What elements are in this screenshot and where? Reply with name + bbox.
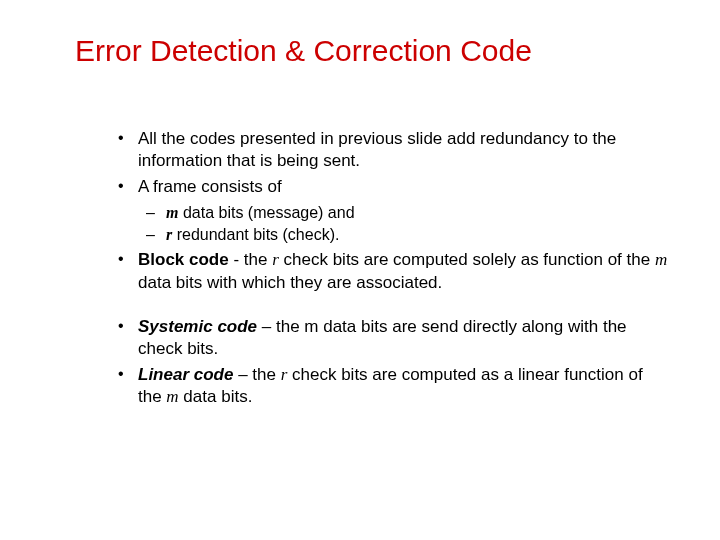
sub-bullet-item: m data bits (message) and [138, 202, 670, 224]
bullet-list: All the codes presented in previous slid… [110, 128, 670, 294]
slide-content: All the codes presented in previous slid… [50, 128, 670, 408]
bullet-text: - the [229, 250, 272, 269]
sub-bullet-text: redundant bits (check). [172, 226, 339, 243]
term-systemic-code: Systemic code [138, 317, 257, 336]
slide: Error Detection & Correction Code All th… [0, 0, 720, 540]
var-m: m [655, 250, 667, 269]
bullet-text: data bits with which they are associated… [138, 273, 442, 292]
bullet-item: Block code - the r check bits are comput… [110, 249, 670, 293]
var-m: m [166, 204, 178, 221]
bullet-text: A frame consists of [138, 177, 282, 196]
slide-title: Error Detection & Correction Code [75, 34, 670, 68]
bullet-text: data bits. [179, 387, 253, 406]
bullet-item: Linear code – the r check bits are compu… [110, 364, 670, 408]
sub-bullet-item: r redundant bits (check). [138, 224, 670, 246]
term-linear-code: Linear code [138, 365, 233, 384]
spacer [110, 298, 670, 316]
bullet-list: Systemic code – the m data bits are send… [110, 316, 670, 408]
bullet-text: check bits are computed solely as functi… [279, 250, 655, 269]
bullet-text: – the [233, 365, 280, 384]
bullet-item: Systemic code – the m data bits are send… [110, 316, 670, 360]
sub-bullet-list: m data bits (message) and r redundant bi… [138, 202, 670, 245]
bullet-text: All the codes presented in previous slid… [138, 129, 616, 170]
bullet-item: All the codes presented in previous slid… [110, 128, 670, 172]
var-m: m [166, 387, 178, 406]
var-r: r [272, 250, 279, 269]
bullet-item: A frame consists of m data bits (message… [110, 176, 670, 245]
sub-bullet-text: data bits (message) and [178, 204, 354, 221]
term-block-code: Block code [138, 250, 229, 269]
